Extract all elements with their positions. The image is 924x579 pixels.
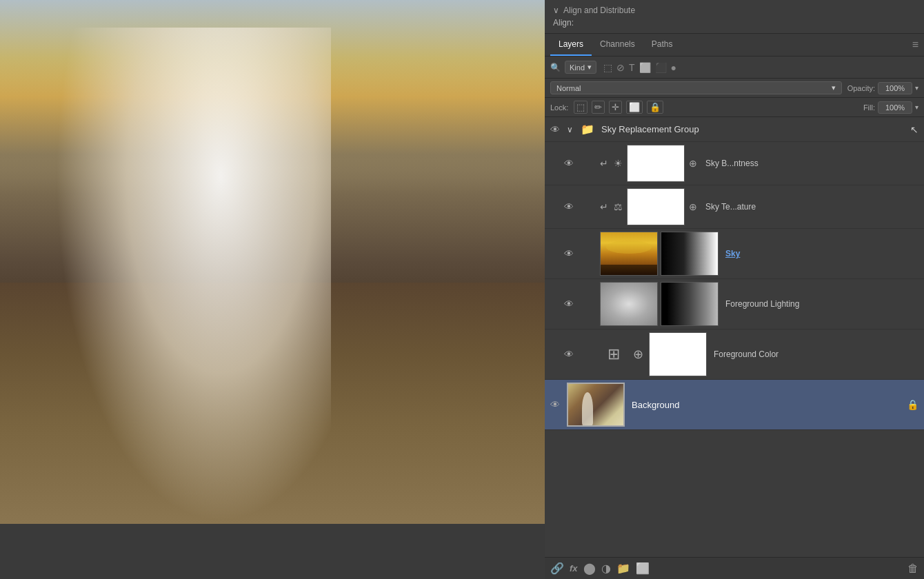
fill-input[interactable]: 100%	[878, 101, 912, 114]
lock-transparent-icon[interactable]: ⬚	[574, 101, 587, 114]
pixel-filter-icon[interactable]: ⬚	[603, 62, 612, 73]
extra-filter-icon[interactable]: ●	[671, 62, 676, 73]
canvas-area	[0, 0, 545, 579]
thumb-fg-lighting	[600, 282, 658, 326]
new-group-icon[interactable]: 📁	[616, 562, 630, 575]
canvas-bottom-bar	[0, 524, 545, 579]
layer-name-fg-color: Foreground Color	[710, 349, 918, 359]
fill-arrow[interactable]: ▾	[915, 103, 918, 111]
layer-sky[interactable]: 👁 Sky	[545, 229, 924, 279]
bottom-toolbar: 🔗 fx ⬤ ◑ 📁 ⬜ 🗑	[545, 557, 924, 579]
align-title: Align and Distribute	[563, 6, 635, 15]
align-header: ∨ Align and Distribute	[553, 6, 916, 15]
delete-layer-icon[interactable]: 🗑	[907, 562, 918, 575]
blend-mode-arrow: ▾	[832, 83, 836, 92]
adj-icon-return: ↵	[600, 158, 608, 169]
adj-icon-return2: ↵	[600, 201, 608, 212]
opacity-label: Opacity:	[847, 84, 875, 92]
lock-pixels-icon[interactable]: ✏	[592, 101, 605, 114]
thumb-background	[567, 383, 625, 427]
adjustment-layer-icon[interactable]: ◑	[601, 562, 611, 575]
bride-figure	[55, 28, 331, 524]
layers-list: 👁 ∨ 📁 Sky Replacement Group ↖ 👁 ↵ ☀ ⊕ Sk…	[545, 117, 924, 557]
adj-icon-chain: ⊕	[689, 158, 697, 169]
filter-row: 🔍 Kind ▾ ⬚ ⊘ T ⬜ ⬛ ●	[545, 57, 924, 79]
kind-filter-select[interactable]: Kind ▾	[565, 61, 596, 74]
fg-color-grid-icon: ⊞	[600, 341, 627, 368]
thumb-sky-mask	[661, 232, 719, 276]
layer-name-sky: Sky	[721, 249, 918, 258]
lock-row: Lock: ⬚ ✏ ✛ ⬜ 🔒 Fill: 100% ▾	[545, 98, 924, 117]
layer-foreground-lighting[interactable]: 👁 Foreground Lighting	[545, 279, 924, 329]
layer-background[interactable]: 👁 Background 🔒	[545, 380, 924, 430]
blend-row: Normal ▾ Opacity: 100% ▾	[545, 79, 924, 98]
background-lock-icon: 🔒	[907, 399, 918, 410]
eye-icon-sky-texture[interactable]: 👁	[564, 201, 578, 212]
thumb-sky-texture	[627, 188, 685, 225]
group-folder-icon: 📁	[581, 123, 594, 136]
group-arrow[interactable]: ∨	[567, 125, 578, 134]
fill-label: Fill:	[863, 103, 875, 112]
search-icon: 🔍	[550, 63, 561, 72]
opacity-row: Opacity: 100% ▾	[847, 82, 918, 94]
thumb-fg-lighting-mask	[661, 282, 719, 326]
layer-foreground-color[interactable]: 👁 ⊞ ⊕ Foreground Color	[545, 329, 924, 380]
lock-label: Lock:	[550, 103, 568, 112]
eye-icon-sky-brightness[interactable]: 👁	[564, 158, 578, 169]
fill-row: Fill: 100% ▾	[863, 101, 918, 114]
add-mask-icon[interactable]: ⬤	[583, 562, 596, 575]
opacity-input[interactable]: 100%	[878, 82, 912, 94]
opacity-arrow[interactable]: ▾	[915, 84, 918, 92]
thumb-sky-image	[600, 232, 658, 276]
new-layer-icon[interactable]: ⬜	[636, 562, 650, 575]
tab-layers[interactable]: Layers	[550, 34, 592, 56]
eye-icon-sky[interactable]: 👁	[564, 248, 578, 259]
adjustment-filter-icon[interactable]: ⊘	[616, 62, 625, 73]
lock-all-icon[interactable]: 🔒	[647, 101, 663, 114]
thumb-sky-brightness	[627, 145, 685, 182]
layer-sky-replacement-group[interactable]: 👁 ∨ 📁 Sky Replacement Group ↖	[545, 117, 924, 142]
blend-mode-select[interactable]: Normal ▾	[550, 81, 842, 94]
align-collapse-icon[interactable]: ∨	[553, 6, 559, 15]
tab-channels[interactable]: Channels	[592, 34, 643, 56]
text-filter-icon[interactable]: T	[629, 62, 635, 73]
lock-icons: ⬚ ✏ ✛ ⬜ 🔒	[574, 101, 663, 114]
shape-filter-icon[interactable]: ⬜	[639, 62, 651, 73]
align-label: Align:	[553, 18, 916, 28]
link-layers-icon[interactable]: 🔗	[550, 562, 564, 575]
blend-mode-value: Normal	[556, 84, 581, 92]
tabs-menu-icon[interactable]: ≡	[912, 39, 918, 51]
layer-sky-brightness[interactable]: 👁 ↵ ☀ ⊕ Sky B...ntness	[545, 142, 924, 185]
adj-icon-chain2: ⊕	[689, 201, 697, 212]
layer-name-background: Background	[627, 400, 904, 410]
tab-paths[interactable]: Paths	[643, 34, 681, 56]
tabs-bar: Layers Channels Paths ≡	[545, 34, 924, 57]
align-distribute-section: ∨ Align and Distribute Align:	[545, 0, 924, 34]
eye-icon-group[interactable]: 👁	[550, 124, 564, 135]
eye-icon-fg-color[interactable]: 👁	[564, 349, 578, 360]
filter-icons: ⬚ ⊘ T ⬜ ⬛ ●	[603, 62, 676, 73]
layer-sky-texture[interactable]: 👁 ↵ ⚖ ⊕ Sky Te...ature	[545, 185, 924, 229]
layer-name-sky-brightness: Sky B...ntness	[701, 159, 918, 168]
canvas-image	[0, 0, 545, 524]
fx-icon[interactable]: fx	[570, 563, 578, 573]
smart-filter-icon[interactable]: ⬛	[655, 62, 667, 73]
eye-icon-background[interactable]: 👁	[550, 399, 564, 410]
lock-position-icon[interactable]: ✛	[609, 101, 622, 114]
thumb-fg-color-mask	[649, 332, 707, 376]
adj-icon-sun: ☀	[614, 158, 623, 169]
eye-icon-fg-lighting[interactable]: 👁	[564, 298, 578, 309]
kind-label: Kind	[570, 63, 585, 72]
adj-icon-scale: ⚖	[614, 201, 623, 212]
kind-dropdown-arrow: ▾	[587, 63, 592, 72]
group-name-label: Sky Replacement Group	[597, 124, 905, 134]
right-panel: ∨ Align and Distribute Align: Layers Cha…	[545, 0, 924, 579]
fg-color-link-icon: ⊕	[633, 347, 643, 362]
cursor-indicator: ↖	[910, 124, 918, 135]
layer-name-fg-lighting: Foreground Lighting	[721, 299, 918, 309]
lock-artboard-icon[interactable]: ⬜	[626, 101, 643, 114]
layer-name-sky-texture: Sky Te...ature	[701, 202, 918, 212]
